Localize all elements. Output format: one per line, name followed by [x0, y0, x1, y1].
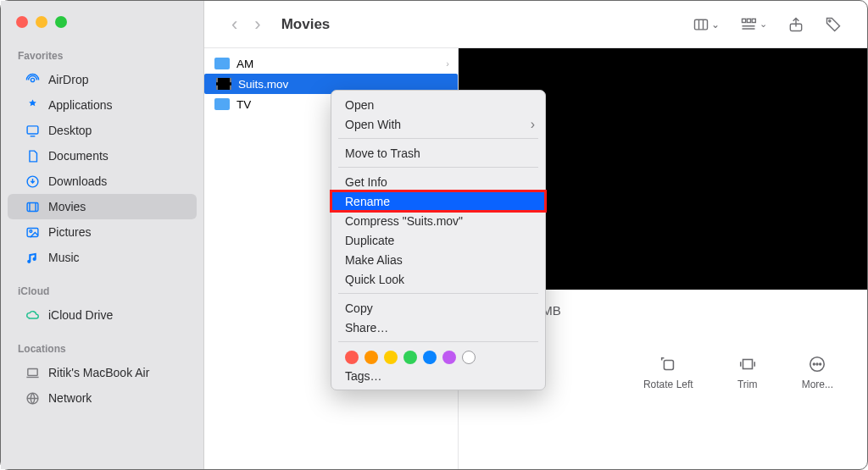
movie-file-icon	[216, 78, 231, 90]
menu-item-compress[interactable]: Compress "Suits.mov"	[331, 211, 545, 230]
zoom-window-button[interactable]	[55, 16, 67, 28]
menu-item-tags[interactable]: Tags…	[331, 366, 545, 385]
menu-item-label: Get Info	[345, 175, 387, 189]
menu-separator	[338, 293, 538, 294]
sidebar-item-downloads[interactable]: Downloads	[8, 169, 197, 194]
sidebar-item-label: Applications	[48, 98, 113, 112]
svg-point-13	[829, 19, 831, 21]
action-label: Rotate Left	[643, 379, 693, 390]
more-icon	[805, 355, 829, 373]
menu-item-make-alias[interactable]: Make Alias	[331, 250, 545, 269]
tag-yellow[interactable]	[384, 351, 398, 364]
sidebar-item-icloud-drive[interactable]: iCloud Drive	[8, 302, 197, 328]
folder-icon	[214, 98, 230, 110]
menu-item-label: Quick Look	[345, 273, 404, 286]
svg-point-5	[29, 229, 31, 232]
action-label: Trim	[737, 379, 758, 390]
sidebar-item-music[interactable]: Music	[8, 245, 197, 270]
menu-item-label: Duplicate	[345, 234, 394, 247]
back-button[interactable]: ‹	[223, 14, 246, 36]
sidebar-item-label: Downloads	[48, 174, 107, 188]
sidebar-section-favorites: Favorites	[1, 47, 203, 67]
svg-rect-10	[747, 19, 750, 22]
tag-color-row	[331, 346, 545, 366]
svg-rect-15	[743, 360, 752, 369]
tag-red[interactable]	[345, 351, 359, 364]
svg-rect-8	[695, 19, 708, 30]
rotate-left-icon	[656, 355, 680, 373]
group-button[interactable]: ⌄	[730, 16, 777, 33]
svg-rect-3	[27, 202, 38, 211]
file-name: Suits.mov	[238, 78, 288, 91]
menu-item-duplicate[interactable]: Duplicate	[331, 230, 545, 250]
sidebar-item-label: Network	[48, 391, 92, 405]
tag-purple[interactable]	[442, 351, 456, 364]
chevron-right-icon: ›	[446, 58, 449, 69]
menu-item-label: Rename	[345, 195, 390, 208]
menu-item-label: Compress "Suits.mov"	[345, 214, 463, 228]
sidebar-item-airdrop[interactable]: AirDrop	[8, 67, 197, 92]
menu-item-rename[interactable]: Rename	[331, 191, 545, 211]
finder-window: Favorites AirDrop Applications Desktop D…	[0, 0, 868, 470]
menu-item-label: Make Alias	[345, 253, 403, 267]
menu-item-get-info[interactable]: Get Info	[331, 172, 545, 191]
folder-icon	[214, 58, 230, 69]
action-more[interactable]: More...	[802, 355, 833, 390]
tag-orange[interactable]	[364, 351, 378, 364]
movies-icon	[25, 200, 40, 214]
svg-rect-6	[27, 368, 36, 375]
tag-blue[interactable]	[423, 351, 437, 364]
svg-point-19	[820, 363, 821, 365]
view-columns-button[interactable]: ⌄	[682, 16, 730, 33]
sidebar-item-label: AirDrop	[48, 73, 88, 86]
documents-icon	[25, 149, 40, 163]
sidebar-item-movies[interactable]: Movies	[8, 194, 197, 219]
laptop-icon	[25, 366, 40, 380]
menu-item-open[interactable]: Open	[331, 95, 545, 114]
sidebar-item-network[interactable]: Network	[8, 385, 197, 411]
airdrop-icon	[25, 73, 40, 87]
file-row-folder[interactable]: AM›	[204, 53, 458, 74]
tag-none[interactable]	[462, 351, 476, 364]
menu-item-label: Share…	[345, 321, 388, 335]
sidebar-item-label: Desktop	[48, 124, 92, 137]
desktop-icon	[25, 124, 40, 138]
action-trim[interactable]: Trim	[736, 355, 760, 390]
menu-item-copy[interactable]: Copy	[331, 298, 545, 318]
sidebar-item-desktop[interactable]: Desktop	[8, 118, 197, 143]
sidebar-item-label: Documents	[48, 149, 108, 163]
action-label: More...	[802, 379, 833, 390]
sidebar-item-label: Ritik's MacBook Air	[48, 366, 149, 379]
sidebar-item-this-mac[interactable]: Ritik's MacBook Air	[8, 360, 197, 385]
sidebar-item-applications[interactable]: Applications	[8, 92, 197, 118]
icloud-icon	[25, 308, 40, 323]
close-window-button[interactable]	[16, 16, 28, 28]
menu-item-quick-look[interactable]: Quick Look	[331, 269, 545, 289]
svg-rect-11	[752, 19, 755, 22]
share-button[interactable]	[777, 16, 815, 33]
action-rotate-left[interactable]: Rotate Left	[643, 355, 693, 390]
menu-separator	[338, 167, 538, 168]
downloads-icon	[25, 174, 40, 189]
sidebar-section-icloud: iCloud	[1, 282, 203, 302]
sidebar-item-pictures[interactable]: Pictures	[8, 219, 197, 245]
file-name: AM	[236, 58, 253, 70]
forward-button[interactable]: ›	[246, 14, 269, 36]
trim-icon	[736, 355, 760, 373]
window-controls	[1, 13, 203, 47]
tag-green[interactable]	[403, 351, 417, 364]
applications-icon	[25, 98, 40, 113]
menu-item-label: Copy	[345, 301, 373, 315]
sidebar-item-label: Music	[48, 251, 80, 264]
sidebar-item-documents[interactable]: Documents	[8, 143, 197, 169]
tags-button[interactable]	[815, 16, 852, 33]
menu-item-open-with[interactable]: Open With	[331, 114, 545, 134]
menu-item-move-to-trash[interactable]: Move to Trash	[331, 143, 545, 163]
svg-rect-14	[665, 360, 674, 369]
svg-point-0	[31, 78, 34, 81]
music-icon	[25, 251, 40, 265]
svg-point-18	[816, 363, 818, 365]
menu-item-label: Move to Trash	[345, 147, 420, 160]
minimize-window-button[interactable]	[36, 16, 47, 28]
menu-item-share[interactable]: Share…	[331, 318, 545, 337]
